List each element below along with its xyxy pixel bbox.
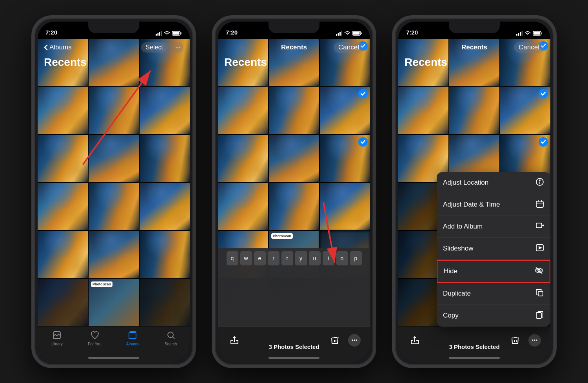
- p3-cell-4[interactable]: [449, 87, 499, 134]
- svg-rect-3: [161, 31, 162, 36]
- photo-cell-7[interactable]: [89, 135, 139, 182]
- photo-cell-17[interactable]: [140, 279, 190, 327]
- photo-cell-14[interactable]: [140, 231, 190, 278]
- albums-icon: [128, 330, 138, 340]
- p3-cell-3[interactable]: [398, 87, 448, 134]
- svg-rect-15: [341, 31, 343, 36]
- photo-cell-13[interactable]: [89, 231, 139, 278]
- photo-cell-4[interactable]: [89, 87, 139, 134]
- photo-cell-16[interactable]: PhotoScan: [89, 279, 139, 327]
- adjust-location-label: Adjust Location: [443, 179, 488, 187]
- nav-bar-3: Recents Cancel: [398, 39, 550, 56]
- menu-duplicate[interactable]: Duplicate: [437, 283, 550, 305]
- cancel-button-2[interactable]: Cancel: [334, 42, 364, 53]
- photo-cell-8[interactable]: [140, 135, 190, 182]
- more-button-3[interactable]: ···: [528, 334, 541, 347]
- notch-2: [269, 22, 319, 33]
- status-icons-2: [336, 31, 362, 36]
- nav-actions: Select ···: [141, 42, 183, 53]
- svg-rect-37: [536, 223, 542, 228]
- menu-copy[interactable]: Copy: [437, 305, 550, 327]
- cancel-button-3[interactable]: Cancel: [514, 42, 544, 53]
- photo-cell-12[interactable]: [38, 231, 88, 278]
- key-r[interactable]: r: [268, 251, 279, 265]
- key-e[interactable]: e: [254, 251, 266, 265]
- photo-cell-3[interactable]: [38, 87, 88, 134]
- svg-rect-26: [522, 31, 523, 36]
- p3-cell-5[interactable]: [500, 87, 550, 134]
- status-time-3: 7:20: [406, 29, 418, 36]
- back-button[interactable]: Albums: [44, 44, 72, 51]
- photo-cell-5[interactable]: [140, 87, 190, 134]
- p2-cell-3[interactable]: [218, 87, 268, 134]
- svg-rect-12: [336, 34, 337, 36]
- delete-button-2[interactable]: [328, 333, 342, 347]
- photo-grid: PhotoScan: [38, 39, 190, 327]
- duplicate-label: Duplicate: [443, 290, 471, 298]
- key-o[interactable]: o: [336, 251, 348, 265]
- p2-cell-7[interactable]: [269, 135, 319, 182]
- p2-cell-11[interactable]: [320, 183, 370, 230]
- check-p3-8: [539, 137, 548, 147]
- key-q[interactable]: q: [227, 251, 238, 265]
- duplicate-icon: [535, 289, 544, 299]
- notch: [88, 22, 139, 33]
- svg-rect-13: [338, 33, 339, 36]
- back-chevron-icon: [44, 44, 48, 51]
- key-y[interactable]: y: [295, 251, 307, 265]
- tab-albums[interactable]: Albums: [119, 330, 147, 346]
- menu-slideshow[interactable]: Slideshow: [437, 238, 550, 260]
- section-title-3: Recents: [405, 56, 447, 69]
- menu-adjust-datetime[interactable]: Adjust Date & Time: [437, 194, 550, 216]
- svg-rect-28: [541, 32, 542, 34]
- key-u[interactable]: u: [309, 251, 321, 265]
- p2-cell-6[interactable]: [218, 135, 268, 182]
- delete-button-3[interactable]: [508, 333, 522, 347]
- adjust-datetime-label: Adjust Date & Time: [443, 201, 500, 209]
- svg-rect-6: [173, 32, 180, 34]
- more-button-2[interactable]: ···: [348, 334, 361, 347]
- more-button[interactable]: ···: [172, 42, 183, 53]
- section-title-2: Recents: [224, 56, 267, 69]
- share-button-3[interactable]: [408, 333, 422, 347]
- section-title: Recents: [44, 56, 87, 69]
- svg-point-32: [539, 180, 540, 181]
- menu-add-to-album[interactable]: Add to Album: [437, 216, 550, 238]
- p2-cell-10[interactable]: [269, 183, 319, 230]
- p2-cell-5[interactable]: [320, 87, 370, 134]
- svg-rect-18: [353, 32, 360, 34]
- tab-foryou[interactable]: For You: [81, 330, 109, 346]
- back-label: Albums: [49, 44, 72, 51]
- key-t[interactable]: t: [281, 251, 293, 265]
- home-indicator: [88, 357, 139, 359]
- battery-icon: [172, 31, 182, 36]
- photo-cell-9[interactable]: [38, 183, 88, 230]
- check-8: [358, 137, 368, 147]
- tab-foryou-label: For You: [88, 342, 101, 346]
- svg-rect-45: [536, 312, 541, 318]
- photo-cell-10[interactable]: [89, 183, 139, 230]
- nav-title-2: Recents: [281, 44, 307, 51]
- key-i[interactable]: i: [323, 251, 334, 265]
- p2-cell-8[interactable]: [320, 135, 370, 182]
- tab-library[interactable]: Library: [43, 330, 71, 346]
- hide-label: Hide: [444, 267, 457, 275]
- p2-cell-9[interactable]: [218, 183, 268, 230]
- photo-cell-15[interactable]: [38, 279, 88, 327]
- select-button[interactable]: Select: [141, 42, 168, 53]
- photo-cell-6[interactable]: [38, 135, 88, 182]
- share-button-2[interactable]: [227, 333, 241, 347]
- key-w[interactable]: w: [240, 251, 252, 265]
- svg-rect-2: [159, 32, 160, 36]
- check-5: [358, 89, 368, 98]
- p2-cell-4[interactable]: [269, 87, 319, 134]
- signal-icon-3: [516, 31, 523, 36]
- key-p[interactable]: p: [350, 251, 362, 265]
- phone-3: 7:20: [392, 15, 557, 368]
- photo-cell-11[interactable]: [140, 183, 190, 230]
- check-p3-5: [539, 89, 548, 98]
- menu-hide[interactable]: Hide: [437, 260, 550, 283]
- tab-search[interactable]: Search: [157, 330, 185, 346]
- album-add-icon: [535, 221, 544, 232]
- menu-adjust-location[interactable]: Adjust Location: [437, 172, 550, 194]
